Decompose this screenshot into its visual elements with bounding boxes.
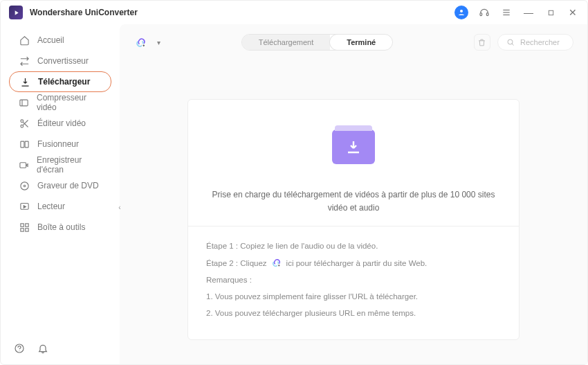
svg-rect-12 xyxy=(20,141,24,148)
sidebar-item-label: Lecteur xyxy=(37,202,65,211)
svg-point-0 xyxy=(460,10,463,12)
sidebar-item-label: Enregistreur d'écran xyxy=(37,155,102,175)
sidebar-item-downloader[interactable]: Téléchargeur xyxy=(9,71,111,92)
sidebar-item-label: Accueil xyxy=(37,35,64,45)
play-icon xyxy=(19,201,30,212)
home-icon xyxy=(19,35,30,46)
tagline: Prise en charge du téléchargement de vid… xyxy=(206,188,501,215)
svg-rect-1 xyxy=(480,13,482,16)
sidebar-item-label: Téléchargeur xyxy=(38,77,90,87)
sidebar-item-label: Éditeur vidéo xyxy=(37,118,86,128)
svg-point-8 xyxy=(20,119,23,122)
empty-state-panel: Prise en charge du téléchargement de vid… xyxy=(187,99,520,340)
svg-line-26 xyxy=(512,44,514,46)
download-folder-icon xyxy=(332,130,375,164)
sidebar-item-dvd[interactable]: Graveur de DVD xyxy=(9,175,111,196)
sidebar-item-label: Graveur de DVD xyxy=(37,181,99,190)
svg-rect-13 xyxy=(25,141,28,148)
paste-url-icon xyxy=(271,258,282,269)
svg-rect-18 xyxy=(20,223,23,226)
step1: Étape 1 : Copiez le lien de l'audio ou d… xyxy=(206,238,501,254)
sidebar-collapse-handle[interactable]: ‹ xyxy=(116,199,124,215)
sidebar-item-player[interactable]: Lecteur xyxy=(9,196,111,217)
search-input[interactable]: Rechercher xyxy=(497,34,573,51)
window-minimize-button[interactable]: — xyxy=(522,6,535,19)
note2: 2. Vous pouvez télécharger plusieurs URL… xyxy=(206,305,501,321)
svg-rect-7 xyxy=(20,100,28,106)
compressor-icon xyxy=(19,97,29,108)
bell-icon[interactable] xyxy=(37,342,49,355)
note1: 1. Vous pouvez simplement faire glisser … xyxy=(206,288,501,305)
sidebar-item-label: Fusionneur xyxy=(37,139,79,149)
svg-point-22 xyxy=(15,344,24,353)
divider xyxy=(188,226,519,226)
sidebar-item-recorder[interactable]: Enregistreur d'écran xyxy=(9,154,111,175)
search-icon xyxy=(506,38,515,46)
sidebar: Accueil Convertisseur Téléchargeur Compr… xyxy=(1,24,120,364)
svg-rect-21 xyxy=(25,228,28,231)
menu-icon[interactable] xyxy=(500,6,513,19)
svg-rect-2 xyxy=(486,13,488,16)
notes-heading: Remarques : xyxy=(206,271,501,288)
window-maximize-button[interactable] xyxy=(544,6,557,19)
svg-point-25 xyxy=(508,39,513,44)
merge-icon xyxy=(19,139,30,150)
sidebar-item-compressor[interactable]: Compresseur vidéo xyxy=(9,92,111,113)
sidebar-item-toolbox[interactable]: Boîte à outils xyxy=(9,217,111,238)
illustration xyxy=(206,115,501,179)
tab-finished[interactable]: Terminé xyxy=(330,35,392,50)
delete-button[interactable] xyxy=(474,34,490,51)
help-icon[interactable] xyxy=(13,342,26,355)
search-placeholder: Rechercher xyxy=(520,38,560,46)
sidebar-item-merger[interactable]: Fusionneur xyxy=(9,134,111,154)
tabs: Téléchargement Terminé xyxy=(241,34,393,51)
download-icon xyxy=(19,76,30,87)
support-icon[interactable] xyxy=(478,6,490,19)
converter-icon xyxy=(19,55,30,66)
step2: Étape 2 : Cliquez ici pour télécharger à… xyxy=(206,255,501,271)
sidebar-item-label: Convertisseur xyxy=(37,56,89,66)
sidebar-item-label: Compresseur vidéo xyxy=(37,93,102,112)
main-content: ▾ Téléchargement Terminé Rechercher xyxy=(120,24,587,364)
titlebar: Wondershare UniConverter — ✕ xyxy=(1,1,587,24)
recorder-icon xyxy=(19,159,29,170)
sidebar-item-converter[interactable]: Convertisseur xyxy=(9,51,111,71)
app-window: Wondershare UniConverter — ✕ Accueil xyxy=(0,0,588,365)
svg-rect-14 xyxy=(20,162,26,168)
tab-downloading[interactable]: Téléchargement xyxy=(242,35,331,50)
chevron-down-icon[interactable]: ▾ xyxy=(157,39,160,46)
app-logo xyxy=(9,6,23,19)
svg-rect-20 xyxy=(20,228,23,231)
window-close-button[interactable]: ✕ xyxy=(567,6,579,19)
svg-point-16 xyxy=(24,185,26,187)
sidebar-item-home[interactable]: Accueil xyxy=(9,30,111,51)
svg-point-9 xyxy=(20,125,23,127)
svg-rect-19 xyxy=(25,223,28,226)
sidebar-item-label: Boîte à outils xyxy=(37,222,85,232)
grid-icon xyxy=(19,222,30,233)
app-title: Wondershare UniConverter xyxy=(30,8,138,17)
toolbar: ▾ Téléchargement Terminé Rechercher xyxy=(134,34,573,51)
svg-rect-6 xyxy=(549,10,553,15)
svg-point-15 xyxy=(20,181,28,189)
instructions: Étape 1 : Copiez le lien de l'audio ou d… xyxy=(206,238,501,321)
disc-icon xyxy=(19,180,30,191)
paste-url-button[interactable] xyxy=(134,35,147,49)
sidebar-item-editor[interactable]: Éditeur vidéo xyxy=(9,113,111,134)
account-avatar[interactable] xyxy=(454,6,468,19)
scissors-icon xyxy=(19,118,30,129)
